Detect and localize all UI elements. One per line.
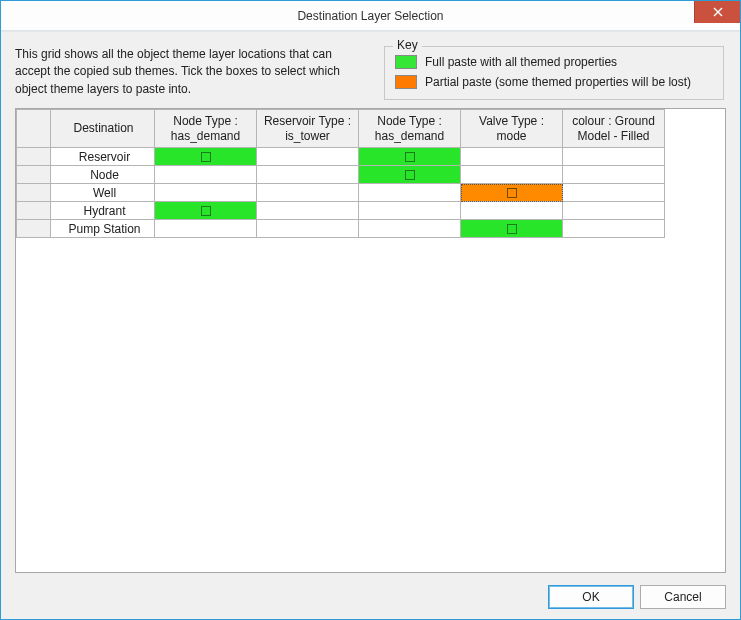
paste-checkbox[interactable] [461,184,562,201]
paste-checkbox[interactable] [359,148,460,165]
column-header[interactable]: colour : Ground Model - Filled [563,110,665,148]
checkbox-icon [507,224,517,234]
paste-checkbox-cell [461,148,563,166]
destination-cell: Reservoir [51,148,155,166]
paste-checkbox[interactable] [359,166,460,183]
close-icon [713,7,723,17]
checkbox-icon [405,170,415,180]
row-header[interactable] [17,166,51,184]
destination-cell: Pump Station [51,220,155,238]
key-row-label: Full paste with all themed properties [425,55,617,69]
checkbox-icon [507,188,517,198]
paste-checkbox-cell [563,220,665,238]
destination-cell: Hydrant [51,202,155,220]
paste-checkbox-cell [257,184,359,202]
dialog-window: Destination Layer Selection This grid sh… [0,0,741,620]
destination-cell: Node [51,166,155,184]
checkbox-icon [405,152,415,162]
column-header[interactable]: Valve Type : mode [461,110,563,148]
top-row: This grid shows all the object theme lay… [15,46,726,100]
table-row: Pump Station [17,220,665,238]
paste-checkbox-cell [461,202,563,220]
column-header[interactable]: Node Type : has_demand [359,110,461,148]
dialog-buttons: OK Cancel [15,573,726,609]
paste-checkbox[interactable] [155,202,256,219]
row-header[interactable] [17,184,51,202]
column-header[interactable]: Destination [51,110,155,148]
client-area: This grid shows all the object theme lay… [1,31,740,619]
table-row: Well [17,184,665,202]
table-row: Reservoir [17,148,665,166]
paste-checkbox-cell [563,148,665,166]
key-groupbox: Key Full paste with all themed propertie… [384,46,724,100]
paste-checkbox-cell[interactable] [359,148,461,166]
grid-container[interactable]: DestinationNode Type : has_demandReservo… [15,108,726,573]
cancel-button[interactable]: Cancel [640,585,726,609]
paste-checkbox-cell [257,148,359,166]
orange-swatch [395,75,417,89]
key-row-label: Partial paste (some themed properties wi… [425,75,691,89]
table-row: Hydrant [17,202,665,220]
paste-checkbox[interactable] [461,220,562,237]
paste-checkbox-cell [257,220,359,238]
row-header-blank [17,110,51,148]
column-header[interactable]: Node Type : has_demand [155,110,257,148]
paste-checkbox-cell [563,202,665,220]
paste-checkbox-cell [359,220,461,238]
paste-checkbox-cell[interactable] [155,202,257,220]
paste-checkbox-cell [155,220,257,238]
close-button[interactable] [694,1,740,23]
checkbox-icon [201,152,211,162]
paste-checkbox-cell [155,166,257,184]
destination-cell: Well [51,184,155,202]
paste-checkbox-cell [359,202,461,220]
paste-checkbox-cell [563,166,665,184]
paste-checkbox-cell[interactable] [359,166,461,184]
titlebar: Destination Layer Selection [1,1,740,31]
destination-grid: DestinationNode Type : has_demandReservo… [16,109,665,238]
row-header[interactable] [17,148,51,166]
table-row: Node [17,166,665,184]
window-title: Destination Layer Selection [297,9,443,23]
ok-button[interactable]: OK [548,585,634,609]
row-header[interactable] [17,220,51,238]
paste-checkbox-cell [461,166,563,184]
paste-checkbox-cell [359,184,461,202]
description-text: This grid shows all the object theme lay… [15,46,370,100]
key-row: Partial paste (some themed properties wi… [395,71,713,91]
paste-checkbox-cell[interactable] [461,184,563,202]
key-row: Full paste with all themed properties [395,51,713,71]
paste-checkbox-cell [257,166,359,184]
paste-checkbox-cell [563,184,665,202]
paste-checkbox-cell[interactable] [155,148,257,166]
paste-checkbox[interactable] [155,148,256,165]
column-header[interactable]: Reservoir Type : is_tower [257,110,359,148]
paste-checkbox-cell[interactable] [461,220,563,238]
checkbox-icon [201,206,211,216]
key-label: Key [393,38,422,52]
row-header[interactable] [17,202,51,220]
paste-checkbox-cell [155,184,257,202]
green-swatch [395,55,417,69]
paste-checkbox-cell [257,202,359,220]
